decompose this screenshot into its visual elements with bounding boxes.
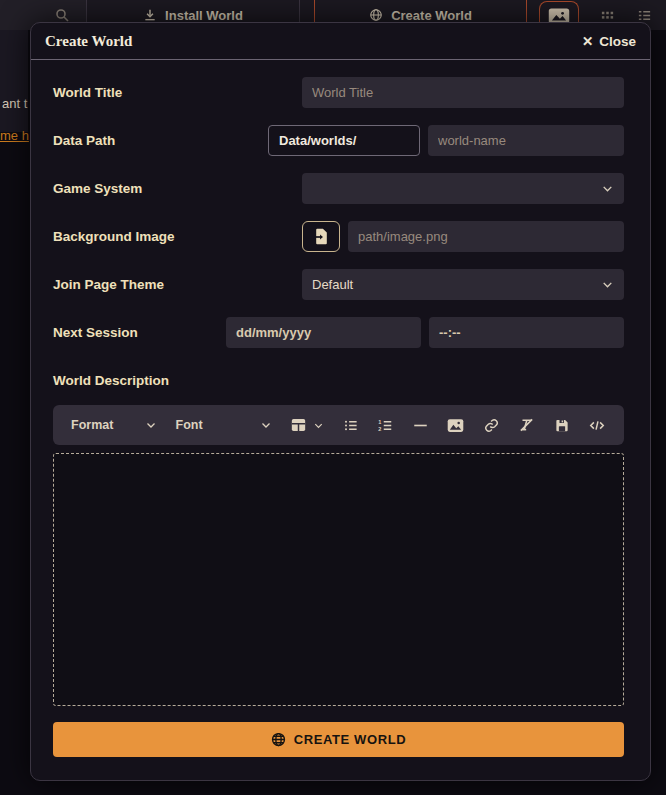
bullet-list-button[interactable] [343, 418, 359, 433]
format-dropdown[interactable]: Format [71, 418, 157, 432]
dialog-header: Create World ✕ Close [31, 23, 650, 60]
table-icon [290, 417, 307, 433]
background-text-fragment: ant t [2, 96, 27, 111]
close-label: Close [599, 34, 636, 49]
grid-view-toggle[interactable] [600, 8, 615, 23]
background-image-label: Background Image [53, 229, 302, 244]
create-world-dialog: Create World ✕ Close World Title Data Pa… [30, 22, 651, 781]
source-code-button[interactable] [588, 418, 606, 433]
horizontal-rule-button[interactable] [412, 418, 429, 433]
next-session-label: Next Session [53, 325, 226, 340]
data-path-row: Data Path Data/worlds/ [53, 125, 624, 156]
tab-install-label: Install World [165, 8, 243, 23]
dialog-body: World Title Data Path Data/worlds/ Game … [31, 60, 650, 780]
game-system-select[interactable] [302, 173, 624, 204]
chevron-down-icon [601, 182, 614, 195]
world-title-input[interactable] [302, 77, 624, 108]
world-title-label: World Title [53, 85, 302, 100]
background-image-input[interactable] [348, 221, 624, 252]
chevron-down-icon [313, 420, 324, 431]
svg-text:2: 2 [378, 426, 381, 432]
close-button[interactable]: ✕ Close [582, 33, 636, 49]
chevron-down-icon [145, 419, 157, 431]
session-time-input[interactable] [429, 317, 624, 348]
join-theme-label: Join Page Theme [53, 277, 302, 292]
globe-icon [271, 732, 286, 747]
horizontal-rule-icon [412, 418, 429, 433]
code-icon [588, 418, 606, 433]
chevron-down-icon [260, 419, 272, 431]
close-icon: ✕ [582, 33, 593, 49]
world-title-row: World Title [53, 77, 624, 108]
world-description-label: World Description [53, 373, 624, 389]
insert-link-button[interactable] [483, 418, 500, 433]
link-icon [483, 418, 500, 433]
chevron-down-icon [601, 278, 614, 291]
game-system-label: Game System [53, 181, 302, 196]
globe-icon [369, 8, 383, 22]
world-description-editor[interactable] [53, 453, 624, 706]
bullet-list-icon [343, 418, 359, 433]
insert-image-button[interactable] [447, 418, 464, 433]
tab-create-label: Create World [391, 8, 472, 23]
save-icon [554, 418, 570, 433]
font-dropdown[interactable]: Font [176, 418, 272, 432]
font-label: Font [176, 418, 203, 432]
save-button[interactable] [554, 418, 570, 433]
data-path-label: Data Path [53, 133, 268, 148]
session-date-input[interactable] [226, 317, 421, 348]
join-theme-select[interactable]: Default [302, 269, 624, 300]
table-menu-button[interactable] [290, 417, 324, 433]
file-picker-button[interactable] [302, 221, 340, 252]
background-image-row: Background Image [53, 221, 624, 252]
format-label: Format [71, 418, 113, 432]
background-link-fragment[interactable]: me h [0, 128, 29, 143]
game-system-row: Game System [53, 173, 624, 204]
file-import-icon [314, 228, 329, 245]
dialog-title: Create World [45, 33, 132, 50]
create-world-submit-button[interactable]: CREATE WORLD [53, 722, 624, 757]
editor-toolbar: Format Font 12 [53, 405, 624, 445]
data-path-prefix: Data/worlds/ [268, 125, 420, 156]
join-theme-row: Join Page Theme Default [53, 269, 624, 300]
ordered-list-icon: 12 [377, 418, 393, 433]
submit-label: CREATE WORLD [294, 732, 406, 747]
image-icon [447, 418, 464, 433]
clear-formatting-icon [518, 417, 535, 433]
search-icon[interactable] [54, 7, 70, 23]
clear-formatting-button[interactable] [518, 417, 535, 433]
list-view-toggle[interactable] [636, 8, 653, 23]
next-session-row: Next Session [53, 317, 624, 348]
svg-text:1: 1 [378, 418, 381, 424]
world-name-input[interactable] [428, 125, 624, 156]
join-theme-value: Default [312, 277, 353, 292]
ordered-list-button[interactable]: 12 [377, 418, 393, 433]
download-icon [143, 8, 157, 22]
